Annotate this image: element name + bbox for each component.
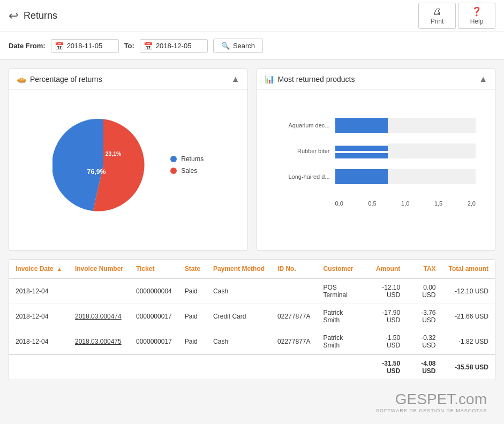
bar-label-1: Rubber biter	[276, 148, 330, 154]
cell-invoice-number-2[interactable]: 2018.03.000475	[69, 329, 130, 355]
bar-chart-container: Aquarium dec... Rubber biter	[266, 112, 487, 217]
toolbar: Date From: 📅 To: 📅 🔍 Search	[0, 32, 504, 60]
bar-track-2	[335, 169, 476, 184]
calendar-from-icon: 📅	[55, 42, 64, 50]
cell-invoice-number-0	[69, 278, 130, 304]
header: ↩ Returns 🖨 Print ❓ Help	[0, 0, 504, 32]
date-to-input[interactable]	[156, 42, 204, 50]
pie-container: 76,9% 23,1% Returns Sales	[52, 114, 204, 216]
cell-customer-0: POS Terminal	[317, 278, 365, 304]
cell-tax-0: 0.00 USD	[407, 278, 442, 304]
cell-customer-1: Patrick Smith	[317, 304, 365, 329]
legend-sales-dot	[170, 168, 177, 174]
bar-label-2: Long-haired d...	[276, 173, 330, 180]
table-panel: Invoice Date ▲ Invoice Number Ticket Sta…	[9, 259, 495, 380]
col-invoice-date: Invoice Date ▲	[9, 260, 69, 278]
brand-suffix: .com	[454, 391, 487, 407]
help-button[interactable]: ❓ Help	[458, 3, 495, 29]
x-label-2: 1,0	[401, 200, 409, 207]
cell-ticket-0: 0000000004	[130, 278, 178, 304]
main-content: 🥧 Percentage of returns ▲	[0, 60, 504, 424]
bar-fill-2	[335, 169, 388, 184]
table-row: 2018-12-04 2018.03.000475 0000000017 Pai…	[9, 329, 495, 355]
cell-state-2: Paid	[178, 329, 207, 355]
totals-spacer	[9, 354, 365, 380]
brand-tagline: SOFTWARE DE GESTIÓN DE MASCOTAS	[17, 408, 487, 413]
sales-pct-label: 76,9%	[87, 168, 106, 176]
cell-total-2: -1.82 USD	[442, 329, 495, 355]
bar-track-0	[335, 118, 476, 133]
cell-tax-1: -3.76 USD	[407, 304, 442, 329]
table-row: 2018-12-04 0000000004 Paid Cash POS Term…	[9, 278, 495, 304]
print-icon: 🖨	[433, 7, 441, 17]
col-total-amount: Total amount	[442, 260, 495, 278]
data-table: Invoice Date ▲ Invoice Number Ticket Sta…	[9, 260, 495, 380]
pie-chart-icon: 🥧	[17, 74, 27, 84]
table-row: 2018-12-04 2018.03.000474 0000000017 Pai…	[9, 304, 495, 329]
bar-chart-header: 📊 Most returned products ▲	[257, 69, 495, 90]
x-axis: 0,0 0,5 1,0 1,5 2,0	[335, 200, 476, 207]
cell-state-1: Paid	[178, 304, 207, 329]
footer: GESPET.com SOFTWARE DE GESTIÓN DE MASCOT…	[9, 380, 495, 419]
col-state: State	[178, 260, 207, 278]
bar-fill-1	[335, 143, 388, 158]
col-tax: TAX	[407, 260, 442, 278]
cell-ticket-1: 0000000017	[130, 304, 178, 329]
cell-amount-0: -12.10 USD	[365, 278, 407, 304]
cell-invoice-date-1: 2018-12-04	[9, 304, 69, 329]
legend-sales: Sales	[170, 167, 204, 175]
pie-chart-panel: 🥧 Percentage of returns ▲	[9, 69, 248, 251]
x-label-3: 1,5	[434, 200, 442, 207]
print-label: Print	[431, 18, 444, 25]
bar-chart-icon: 📊	[265, 74, 275, 84]
x-label-1: 0,5	[368, 200, 376, 207]
totals-total: -35.58 USD	[442, 354, 495, 380]
calendar-to-icon: 📅	[144, 42, 153, 50]
legend-returns-label: Returns	[181, 155, 204, 163]
page-title: Returns	[24, 10, 57, 21]
print-button[interactable]: 🖨 Print	[418, 3, 456, 29]
cell-idno-1: 02277877A	[271, 304, 317, 329]
cell-payment-0: Cash	[207, 278, 271, 304]
date-from-input-wrap: 📅	[51, 39, 119, 53]
pie-chart-title-area: 🥧 Percentage of returns	[17, 74, 102, 84]
back-icon[interactable]: ↩	[9, 9, 18, 23]
bar-chart-collapse-icon[interactable]: ▲	[479, 74, 487, 84]
date-from-input[interactable]	[67, 42, 115, 50]
totals-row: -31.50 USD -4.08 USD -35.58 USD	[9, 354, 495, 380]
bar-row-1: Rubber biter	[276, 143, 476, 158]
col-ticket: Ticket	[130, 260, 178, 278]
charts-row: 🥧 Percentage of returns ▲	[9, 69, 495, 251]
col-invoice-date-label: Invoice Date	[16, 265, 54, 272]
cell-amount-2: -1.50 USD	[365, 329, 407, 355]
date-from-label: Date From:	[9, 42, 46, 50]
pie-chart-title: Percentage of returns	[30, 75, 102, 84]
totals-tax: -4.08 USD	[407, 354, 442, 380]
brand-name: GESPET.com	[17, 391, 487, 408]
cell-invoice-date-2: 2018-12-04	[9, 329, 69, 355]
cell-invoice-number-1[interactable]: 2018.03.000474	[69, 304, 130, 329]
help-label: Help	[470, 18, 484, 25]
bar-chart-title-area: 📊 Most returned products	[265, 74, 355, 84]
search-label: Search	[233, 42, 255, 50]
x-label-4: 2,0	[468, 200, 476, 207]
bar-track-1	[335, 143, 476, 158]
cell-amount-1: -17.90 USD	[365, 304, 407, 329]
bar-chart-body: Aquarium dec... Rubber biter	[257, 90, 495, 240]
pie-chart-header: 🥧 Percentage of returns ▲	[9, 69, 247, 90]
table-header-row: Invoice Date ▲ Invoice Number Ticket Sta…	[9, 260, 495, 278]
bar-chart-panel: 📊 Most returned products ▲ Aquarium dec.…	[257, 69, 496, 251]
bar-chart-inner: Aquarium dec... Rubber biter	[276, 118, 476, 184]
search-button[interactable]: 🔍 Search	[213, 39, 263, 53]
pie-chart-collapse-icon[interactable]: ▲	[231, 74, 240, 84]
legend-returns: Returns	[170, 155, 204, 163]
legend-returns-dot	[170, 156, 177, 162]
brand-text: GESPET	[395, 391, 454, 407]
sort-icon-invoice-date[interactable]: ▲	[57, 266, 62, 272]
returns-pct-label: 23,1%	[106, 151, 122, 157]
cell-total-1: -21.66 USD	[442, 304, 495, 329]
search-icon: 🔍	[221, 42, 230, 50]
to-label: To:	[124, 42, 134, 50]
date-to-input-wrap: 📅	[140, 39, 208, 53]
bar-row-0: Aquarium dec...	[276, 118, 476, 133]
